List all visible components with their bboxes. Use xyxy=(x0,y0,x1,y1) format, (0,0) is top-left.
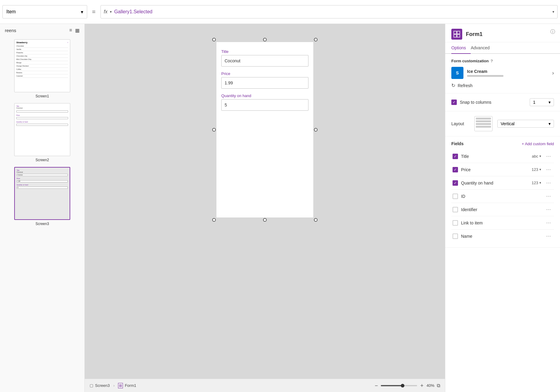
field-row-quantity: ✓ Quantity on hand 123 ▾ ⋯ xyxy=(451,176,554,190)
snap-to-columns-row: ✓ Snap to columns 1 ▾ xyxy=(451,98,554,106)
field-quantity-chevron-icon: ▾ xyxy=(539,181,541,185)
formula-bar[interactable]: fx ▾ Gallery1.Selected ▾ xyxy=(100,5,558,18)
form-field-title-input[interactable] xyxy=(221,55,308,67)
columns-value: 1 xyxy=(533,100,535,105)
list-view-icon[interactable]: ≡ xyxy=(69,28,72,33)
handle-bc[interactable] xyxy=(263,218,267,222)
svg-rect-0 xyxy=(454,31,456,34)
handle-bl[interactable] xyxy=(212,218,216,222)
snap-checkbox[interactable]: ✓ xyxy=(451,100,457,105)
svg-rect-1 xyxy=(457,31,460,34)
field-price-chevron-icon: ▾ xyxy=(539,168,541,172)
screen3-thumb: Title Coconut Coconut Price 1.99 Quantit… xyxy=(14,167,70,220)
right-panel: Form1 ⓘ Options Advanced Form customizat… xyxy=(445,24,560,392)
field-name-more-icon[interactable]: ⋯ xyxy=(544,233,553,240)
field-name-checkbox[interactable] xyxy=(453,234,458,239)
fields-section: Fields + Add custom field ✓ Title abc ▾ … xyxy=(445,136,560,248)
form-canvas[interactable]: Title Price Quantity on hand xyxy=(216,42,313,217)
screen1-label: Screen1 xyxy=(35,94,49,98)
tab-advanced[interactable]: Advanced xyxy=(471,42,494,54)
field-id-more-icon[interactable]: ⋯ xyxy=(544,193,553,200)
field-link-more-icon[interactable]: ⋯ xyxy=(544,219,553,226)
customization-info-icon[interactable]: ? xyxy=(491,59,493,63)
handle-tl[interactable] xyxy=(212,38,216,41)
field-row-id: ID ⋯ xyxy=(451,190,554,203)
item-selector-label: Item xyxy=(6,9,16,15)
fields-header: Fields + Add custom field xyxy=(451,141,554,146)
field-price-checkbox[interactable]: ✓ xyxy=(453,167,458,172)
field-row-price: ✓ Price 123 ▾ ⋯ xyxy=(451,163,554,176)
screens-title: reens xyxy=(5,28,16,33)
form-field-price-label: Price xyxy=(221,71,308,76)
fields-title: Fields xyxy=(451,141,463,146)
item-selector[interactable]: Item ▾ xyxy=(2,5,87,18)
screen2-item[interactable]: Title Coconut Price Quantity on hand Scr… xyxy=(4,103,81,162)
refresh-row[interactable]: ↻ Refresh xyxy=(451,83,554,88)
form-field-price-input[interactable] xyxy=(221,77,308,89)
field-id-name: ID xyxy=(461,194,541,199)
fx-icon: fx xyxy=(104,9,107,15)
field-quantity-checkbox[interactable]: ✓ xyxy=(453,180,458,186)
field-identifier-checkbox[interactable] xyxy=(453,207,458,212)
handle-tc[interactable] xyxy=(263,38,267,41)
field-title-checkbox[interactable]: ✓ xyxy=(453,154,458,159)
zoom-slider[interactable] xyxy=(381,385,417,386)
field-row-identifier: Identifier ⋯ xyxy=(451,203,554,216)
field-quantity-type[interactable]: 123 ▾ xyxy=(532,181,541,185)
screen3-item[interactable]: Title Coconut Coconut Price 1.99 Quantit… xyxy=(4,167,81,226)
canvas-bottom-bar: ▢ Screen3 › ⊞ Form1 − + 40% ⧉ xyxy=(85,379,445,392)
chevron-down-icon: ▾ xyxy=(81,9,83,15)
zoom-out-button[interactable]: − xyxy=(374,382,379,389)
tab-options[interactable]: Options xyxy=(451,42,471,54)
field-row-name: Name ⋯ xyxy=(451,230,554,243)
right-panel-tabs: Options Advanced xyxy=(445,42,560,54)
left-panel: reens ≡ ▦ Strawberry › Chocolate Vanilla… xyxy=(0,24,85,392)
form1-icon xyxy=(451,29,462,40)
breadcrumb-form-label: Form1 xyxy=(125,383,136,388)
field-price-type[interactable]: 123 ▾ xyxy=(532,167,541,172)
handle-br[interactable] xyxy=(314,218,318,222)
field-quantity-more-icon[interactable]: ⋯ xyxy=(544,179,553,186)
handle-ml[interactable] xyxy=(212,128,216,132)
screen2-label: Screen2 xyxy=(35,158,49,162)
field-row-link: Link to item ⋯ xyxy=(451,216,554,230)
field-name-label: Name xyxy=(461,234,541,239)
breadcrumb-sep: › xyxy=(113,384,114,388)
field-identifier-more-icon[interactable]: ⋯ xyxy=(544,206,553,213)
field-row-title: ✓ Title abc ▾ ⋯ xyxy=(451,150,554,163)
handle-mr[interactable] xyxy=(314,128,318,132)
grid-view-icon[interactable]: ▦ xyxy=(75,28,80,33)
field-title-more-icon[interactable]: ⋯ xyxy=(544,153,553,160)
field-title-type-label: abc xyxy=(532,154,538,158)
field-price-more-icon[interactable]: ⋯ xyxy=(544,166,553,173)
screen2-thumb: Title Coconut Price Quantity on hand xyxy=(14,103,70,156)
form-field-quantity-input[interactable] xyxy=(221,99,308,111)
zoom-in-button[interactable]: + xyxy=(420,382,424,389)
field-id-checkbox[interactable] xyxy=(453,194,458,199)
layout-select[interactable]: Vertical ▾ xyxy=(497,120,554,128)
data-source-type xyxy=(467,75,503,77)
svg-rect-3 xyxy=(457,34,460,37)
formula-chevron-icon: ▾ xyxy=(110,10,112,14)
field-link-name: Link to item xyxy=(461,220,541,225)
screen1-item[interactable]: Strawberry › Chocolate Vanilla Pistachio… xyxy=(4,39,81,98)
field-price-name: Price xyxy=(461,167,529,172)
field-title-type[interactable]: abc ▾ xyxy=(532,154,541,158)
data-source-name: Ice Cream xyxy=(467,69,548,74)
form-field-title-label: Title xyxy=(221,49,308,54)
canvas-area: Title Price Quantity on hand xyxy=(85,24,445,392)
add-custom-field-button[interactable]: + Add custom field xyxy=(522,142,554,146)
right-panel-header: Form1 ⓘ xyxy=(445,24,560,42)
form-icon-svg xyxy=(453,31,460,38)
zoom-percent: 40% xyxy=(427,383,434,388)
handle-tr[interactable] xyxy=(314,38,318,41)
columns-select[interactable]: 1 ▾ xyxy=(530,98,554,106)
info-icon[interactable]: ⓘ xyxy=(550,29,555,35)
snap-label: Snap to columns xyxy=(460,100,527,105)
left-panel-header: reens ≡ ▦ xyxy=(0,24,84,37)
refresh-label: Refresh xyxy=(458,83,473,88)
field-title-chevron-icon: ▾ xyxy=(539,154,541,158)
field-price-type-label: 123 xyxy=(532,167,538,172)
field-link-checkbox[interactable] xyxy=(453,220,458,226)
expand-icon[interactable]: ⧉ xyxy=(437,383,440,388)
